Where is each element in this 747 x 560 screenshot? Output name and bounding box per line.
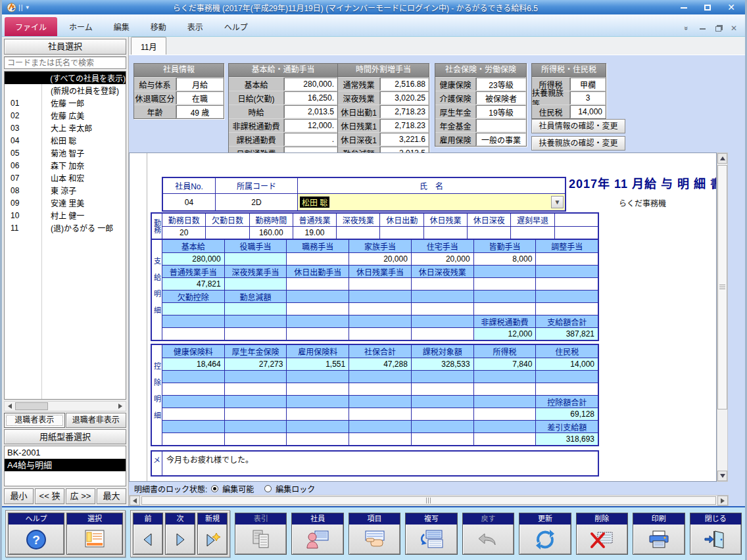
employee-list-item[interactable]: 10 村上 健一 [5, 209, 126, 222]
employee-button[interactable]: 社員 [291, 513, 343, 555]
attendance-value[interactable] [336, 226, 379, 239]
menu-home[interactable]: ホーム [59, 17, 103, 36]
app-icon[interactable] [7, 3, 16, 12]
deduct-cell[interactable] [286, 408, 349, 420]
radio-locked[interactable] [264, 485, 272, 492]
pay-cell[interactable] [224, 277, 287, 290]
deduct-cell[interactable] [162, 383, 224, 395]
deduct-cell[interactable] [411, 383, 473, 395]
deduct-cell[interactable] [224, 408, 287, 420]
employee-list-item[interactable]: 03 大上 幸太郎 [5, 122, 126, 134]
menu-file[interactable]: ファイル [5, 17, 57, 36]
attendance-value[interactable] [205, 226, 249, 239]
maximize-icon[interactable] [700, 2, 715, 12]
minimize-icon[interactable] [677, 2, 691, 12]
sidebar-horizontal-scrollbar[interactable] [4, 401, 126, 411]
scrollbar-thumb[interactable] [15, 402, 48, 410]
attendance-value[interactable]: 160.00 [249, 226, 293, 239]
pay-cell[interactable] [349, 302, 411, 315]
chevron-down-icon[interactable]: ▼ [551, 196, 564, 208]
pay-cell[interactable] [411, 277, 473, 290]
pay-cell[interactable]: 20,000 [349, 252, 411, 265]
scroll-right-icon[interactable] [115, 402, 126, 411]
attendance-value[interactable] [379, 226, 423, 239]
employee-list-item[interactable]: 05 菊池 智子 [5, 147, 126, 159]
pay-cell[interactable] [535, 277, 598, 290]
copy-button[interactable]: 複写 [405, 513, 457, 555]
scroll-left-icon[interactable] [5, 402, 15, 411]
scroll-left-icon[interactable] [130, 496, 140, 505]
deduct-cell[interactable] [473, 408, 536, 420]
employee-list-item[interactable]: 02 佐藤 広美 [5, 109, 126, 122]
mdi-restore-icon[interactable] [713, 24, 723, 32]
scroll-up-icon[interactable] [717, 153, 727, 164]
deduct-cell[interactable]: 1,551 [286, 358, 349, 370]
collapse-ribbon-icon[interactable]: » [683, 24, 690, 33]
employee-list-item[interactable]: 08 東 涼子 [5, 184, 126, 197]
width-wide-button[interactable]: 広 >> [66, 488, 95, 504]
deduct-cell[interactable] [162, 408, 224, 420]
pay-cell[interactable] [162, 327, 224, 340]
pay-cell[interactable]: 47,821 [162, 277, 224, 290]
close-window-button[interactable]: 閉じる [690, 513, 742, 555]
pay-cell[interactable] [473, 277, 536, 290]
pay-cell[interactable] [286, 327, 349, 340]
deduct-cell[interactable]: 7,840 [473, 358, 536, 370]
menu-help[interactable]: ヘルプ [214, 17, 258, 36]
deduct-cell[interactable] [349, 383, 411, 395]
pay-cell[interactable] [286, 252, 349, 265]
deduct-cell[interactable]: 27,273 [224, 358, 287, 370]
pay-cell[interactable] [349, 277, 411, 290]
employee-list-item[interactable]: 06 森下 加奈 [5, 159, 126, 172]
deduct-cell[interactable] [473, 432, 536, 445]
pay-cell[interactable] [286, 277, 349, 290]
width-narrow-button[interactable]: << 狭 [35, 488, 64, 504]
pay-cell[interactable] [286, 302, 349, 315]
scroll-right-icon[interactable] [717, 496, 728, 505]
pay-cell[interactable] [224, 252, 287, 265]
employee-list-item[interactable]: (すべての社員を表示) [5, 72, 126, 84]
pay-cell[interactable]: 20,000 [411, 252, 473, 265]
delete-button[interactable]: 削除 [576, 513, 628, 555]
quick-access-dropdown-icon[interactable]: ▼ [25, 5, 30, 11]
employee-name-combobox[interactable]: 松田 聡 ▼ [298, 194, 565, 210]
pay-cell[interactable] [162, 302, 224, 315]
item-button[interactable]: 項目 [349, 513, 400, 555]
attendance-value[interactable] [423, 226, 467, 239]
paper-model-select-button[interactable]: 用紙型番選択 [4, 429, 126, 444]
scrollbar-thumb[interactable] [141, 496, 716, 505]
employee-info-edit-button[interactable]: 社員情報の確認・変更 [531, 119, 625, 133]
department-code-value[interactable]: 2D [216, 194, 298, 210]
employee-list-item[interactable]: 09 安達 里美 [5, 197, 126, 209]
menu-move[interactable]: 移動 [140, 17, 177, 36]
paper-list-item[interactable]: A4給与明細 [5, 459, 126, 471]
paper-list-item[interactable]: BK-2001 [5, 446, 126, 459]
scrollbar-thumb[interactable] [717, 165, 727, 409]
payslip-horizontal-scrollbar[interactable] [129, 495, 729, 506]
update-button[interactable]: 更新 [519, 513, 571, 555]
pay-cell[interactable] [535, 302, 598, 315]
attendance-value[interactable] [467, 226, 510, 239]
width-max-button[interactable]: 最大 [97, 488, 126, 504]
mdi-minimize-icon[interactable] [698, 24, 707, 32]
deduct-cell[interactable] [473, 383, 536, 395]
help-button[interactable]: ヘルプ ? [8, 513, 64, 555]
deduct-cell[interactable]: 328,533 [411, 358, 473, 370]
pay-cell[interactable] [411, 327, 473, 340]
pay-cell[interactable]: 12,000 [473, 327, 536, 340]
pay-cell[interactable] [473, 302, 536, 315]
deduct-cell[interactable] [349, 432, 411, 445]
payslip-vertical-scrollbar[interactable] [717, 152, 728, 482]
deduct-cell[interactable] [162, 432, 224, 445]
mdi-close-icon[interactable]: ✕ [729, 24, 738, 32]
employee-list-item[interactable]: 07 山本 和宏 [5, 172, 126, 184]
deduct-cell[interactable]: 14,000 [535, 358, 598, 370]
deduct-cell[interactable] [535, 383, 598, 395]
employee-list-item[interactable]: 11 (退)かるがる 一郎 [5, 222, 126, 234]
deduct-cell[interactable]: 18,464 [162, 358, 224, 370]
deduct-cell[interactable] [349, 408, 411, 420]
width-min-button[interactable]: 最小 [4, 488, 34, 504]
deduct-cell[interactable] [224, 432, 287, 445]
pay-cell[interactable] [349, 327, 411, 340]
print-button[interactable]: 印刷 [633, 513, 685, 555]
